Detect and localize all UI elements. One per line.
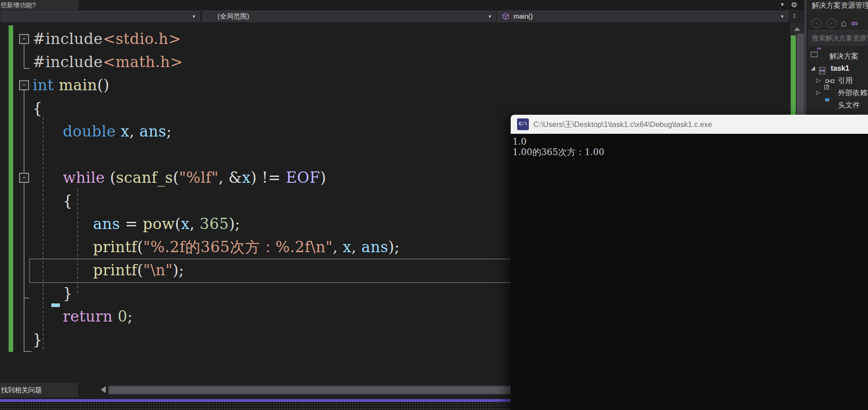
chevron-down-icon: ▾: [488, 11, 491, 21]
code-line[interactable]: double x, ans;: [63, 120, 172, 143]
console-output: 1.01.00的365次方：1.00: [513, 137, 862, 157]
console-output-line: 1.00的365次方：1.00: [513, 147, 862, 157]
code-line[interactable]: printf("\n");: [93, 259, 184, 282]
code-line[interactable]: {: [33, 97, 43, 120]
console-window[interactable]: C:\ C:\Users\王\Desktop\1\task1.c\x64\Deb…: [511, 115, 868, 410]
back-arrow-icon[interactable]: ‹: [812, 18, 822, 28]
home-icon[interactable]: ⌂: [841, 18, 847, 28]
console-titlebar[interactable]: C:\ C:\Users\王\Desktop\1\task1.c\x64\Deb…: [511, 115, 868, 134]
scrollbar-thumb[interactable]: [109, 386, 510, 394]
gear-icon[interactable]: ⚙: [791, 0, 797, 9]
fold-guide: [24, 351, 32, 352]
dotted-grip-strip: [0, 402, 512, 410]
forward-arrow-icon[interactable]: ›: [826, 18, 836, 28]
indent-guide: [43, 117, 44, 349]
split-editor-icon[interactable]: ↕: [792, 11, 796, 20]
member-dropdown-value: main(): [513, 12, 533, 20]
navigation-bar: ▾ (全局范围) ▾ main() ▾ ↕: [0, 10, 804, 23]
tree-item-references[interactable]: ▷ 引用: [806, 74, 868, 87]
fold-guide: [24, 90, 25, 352]
status-message: 找到相关问题: [0, 383, 78, 397]
scroll-left-arrow-icon[interactable]: [101, 386, 106, 393]
member-dropdown[interactable]: main() ▾: [498, 11, 788, 22]
code-line[interactable]: #include<math.h>: [33, 50, 183, 73]
code-line[interactable]: {: [63, 189, 73, 212]
fold-toggle[interactable]: -: [19, 173, 29, 183]
tree-item-label: task1: [831, 62, 849, 74]
method-cube-icon: [502, 13, 509, 20]
vs-ide-window: 些新增功能? ▾ ⚙ ▾ (全局范围) ▾ main() ▾ ↕: [0, 0, 868, 410]
expanded-triangle-icon[interactable]: ◢: [811, 62, 815, 74]
fold-guide: [24, 44, 25, 68]
fold-toggle[interactable]: -: [19, 80, 29, 90]
collapsed-triangle-icon[interactable]: ▷: [816, 74, 820, 87]
document-tab-strip: 些新增功能? ▾ ⚙: [0, 0, 868, 10]
scope-dropdown[interactable]: (全局范围) ▾: [202, 11, 496, 22]
chevron-down-icon: ▾: [192, 11, 195, 21]
caret-position-mark: [51, 303, 60, 307]
tree-item-header-files[interactable]: 头文件: [806, 99, 868, 111]
tree-item-label: 解决方案: [829, 50, 858, 62]
panel-title: 解决方案资源管理器: [812, 1, 868, 10]
console-app-icon: C:\: [517, 118, 529, 130]
scroll-up-arrow-icon[interactable]: [794, 27, 800, 31]
code-line[interactable]: }: [33, 328, 43, 351]
visual-studio-logo-icon[interactable]: ∞: [851, 18, 858, 28]
change-tracking-bar: [9, 25, 13, 352]
project-dropdown[interactable]: ▾: [1, 11, 200, 22]
fold-toggle[interactable]: -: [19, 34, 29, 44]
tree-item-external-dependencies[interactable]: ▷ ↗ 外部依赖项: [806, 87, 868, 99]
tree-item-label: 头文件: [838, 99, 860, 111]
code-line[interactable]: while (scanf_s("%lf", &x) != EOF): [63, 166, 326, 189]
fold-guide: [24, 68, 30, 69]
tree-item-project-task1[interactable]: ◢ ++ task1: [806, 62, 868, 74]
tree-item-label: 引用: [838, 74, 853, 87]
collapsed-triangle-icon[interactable]: ▷: [816, 87, 820, 99]
editor-horizontal-scrollbar[interactable]: [108, 386, 512, 395]
fold-guide: [24, 298, 29, 298]
solution-explorer-panel: 解决方案资源管理器 ‹ › ⌂ ∞ 搜索解决方案资源管理器 ∞ 解决方案 ◢ +…: [806, 0, 868, 118]
solution-explorer-toolbar: ‹ › ⌂ ∞: [812, 17, 858, 29]
tab-list-chevron-down-icon[interactable]: ▾: [781, 1, 784, 8]
code-line[interactable]: printf("%.2f的365次方：%.2f\n", x, ans);: [93, 235, 399, 259]
tree-item-label: 外部依赖项: [838, 87, 868, 99]
code-line[interactable]: int main(): [33, 73, 109, 97]
chevron-down-icon: ▾: [781, 11, 784, 21]
code-line[interactable]: #include<stdio.h>: [33, 27, 181, 50]
code-line[interactable]: }: [63, 282, 73, 305]
document-tab[interactable]: 些新增功能?: [0, 0, 79, 10]
console-output-line: 1.0: [513, 137, 862, 147]
scope-dropdown-value: (全局范围): [217, 12, 249, 20]
console-title: C:\Users\王\Desktop\1\task1.c\x64\Debug\t…: [533, 115, 712, 134]
code-line[interactable]: return 0;: [63, 305, 133, 328]
tree-item-solution[interactable]: ∞ 解决方案: [806, 50, 868, 62]
code-line[interactable]: ans = pow(x, 365);: [93, 212, 240, 235]
